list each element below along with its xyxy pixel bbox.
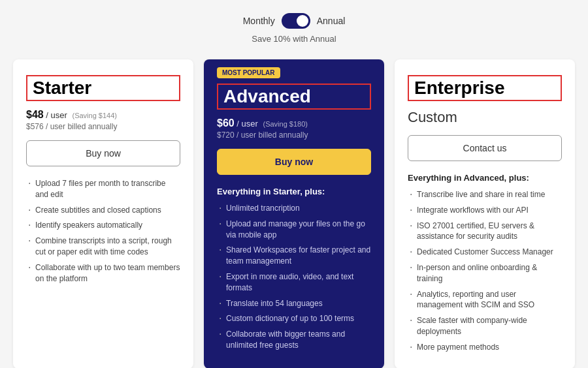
- list-item: Combine transcripts into a script, rough…: [26, 236, 180, 258]
- starter-billed: $576 / user billed annually: [26, 122, 180, 131]
- enterprise-plan-card: Enterprise Custom Contact us Everything …: [395, 59, 575, 368]
- advanced-cta-button[interactable]: Buy now: [217, 149, 371, 175]
- advanced-plan-name: Advanced: [217, 84, 371, 110]
- plans-container: Starter $48 / user (Saving $144) $576 / …: [13, 59, 575, 368]
- enterprise-plan-name: Enterprise: [408, 75, 562, 101]
- list-item: Create subtitles and closed captions: [26, 205, 180, 216]
- enterprise-cta-button[interactable]: Contact us: [408, 135, 562, 161]
- starter-price-unit: / user: [46, 110, 67, 120]
- advanced-features-list: Unlimited trancription Upload and manage…: [217, 203, 371, 351]
- list-item: Export in more audio, video, and text fo…: [217, 271, 371, 294]
- list-item: Upload and manage your files on the go v…: [217, 219, 371, 241]
- advanced-price-row: $60 / user (Saving $180): [217, 117, 371, 129]
- advanced-price: $60: [217, 117, 235, 129]
- list-item: Transcribe live and share in real time: [408, 189, 562, 200]
- starter-price-row: $48 / user (Saving $144): [26, 109, 180, 121]
- list-item: Identify speakers automatically: [26, 220, 180, 231]
- enterprise-features-heading: Everything in Advanced, plus:: [408, 173, 562, 183]
- list-item: Integrate workflows with our API: [408, 205, 562, 216]
- list-item: Shared Workspaces for faster project and…: [217, 245, 371, 267]
- list-item: Analytics, reporting and user management…: [408, 289, 562, 311]
- list-item: More payment methods: [408, 342, 562, 353]
- advanced-price-unit: / user: [237, 119, 258, 129]
- advanced-saving: (Saving $180): [263, 120, 308, 128]
- enterprise-custom-price: Custom: [408, 109, 562, 126]
- list-item: Collaborate with bigger teams and unlimi…: [217, 329, 371, 351]
- list-item: In-person and online onboarding & traini…: [408, 262, 562, 284]
- save-text: Save 10% with Annual: [252, 34, 336, 44]
- monthly-label: Monthly: [243, 16, 275, 26]
- billing-toggle-container: Monthly Annual: [243, 13, 346, 29]
- list-item: Custom dictionary of up to 100 terms: [217, 313, 371, 324]
- starter-price: $48: [26, 109, 44, 120]
- advanced-plan-card: Most popular Advanced $60 / user (Saving…: [204, 59, 384, 368]
- advanced-features-heading: Everything in Starter, plus:: [217, 187, 371, 196]
- starter-plan-name: Starter: [26, 75, 180, 101]
- starter-saving: (Saving $144): [72, 112, 117, 119]
- list-item: Scale faster with company-wide deploymen…: [408, 315, 562, 337]
- list-item: Dedicated Customer Success Manager: [408, 247, 562, 258]
- billing-toggle-switch[interactable]: [282, 13, 310, 29]
- enterprise-features-list: Transcribe live and share in real time I…: [408, 189, 562, 353]
- list-item: Translate into 54 languages: [217, 298, 371, 309]
- most-popular-badge: Most popular: [217, 67, 280, 78]
- starter-plan-card: Starter $48 / user (Saving $144) $576 / …: [13, 59, 193, 368]
- list-item: ISO 27001 certified, EU servers & assist…: [408, 221, 562, 243]
- annual-label: Annual: [317, 16, 346, 26]
- advanced-billed: $720 / user billed annually: [217, 130, 371, 140]
- list-item: Unlimited trancription: [217, 203, 371, 214]
- starter-cta-button[interactable]: Buy now: [26, 140, 180, 166]
- list-item: Upload 7 files per month to transcribe a…: [26, 178, 180, 200]
- starter-features-list: Upload 7 files per month to transcribe a…: [26, 178, 180, 284]
- list-item: Collaborate with up to two team members …: [26, 262, 180, 284]
